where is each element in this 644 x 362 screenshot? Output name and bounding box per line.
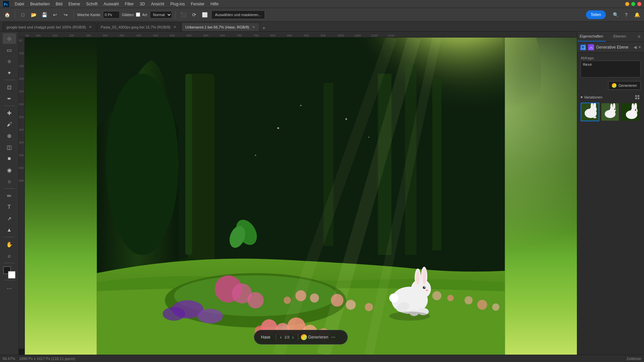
- redo-button[interactable]: ↪: [61, 10, 70, 19]
- svg-point-33: [432, 291, 441, 300]
- svg-point-72: [593, 116, 596, 118]
- lasso-tool-btn[interactable]: ⌾: [3, 56, 16, 67]
- zoom-tool-btn[interactable]: ⌕: [3, 250, 16, 261]
- menu-plugins[interactable]: Plug-ins: [168, 1, 187, 7]
- brush-tool-btn[interactable]: 🖌: [3, 119, 16, 130]
- svg-text:Ps: Ps: [4, 2, 8, 7]
- gen-bar-sep-2: [298, 334, 298, 341]
- path-selection-tool-btn[interactable]: ↗: [3, 213, 16, 224]
- tab-eigenschaften[interactable]: Eigenschaften: [577, 32, 606, 42]
- color-swatches[interactable]: [3, 266, 15, 279]
- panel-options-button[interactable]: ≡: [634, 32, 644, 42]
- tab-3-close[interactable]: ✕: [251, 25, 256, 29]
- minimize-button[interactable]: [625, 2, 629, 6]
- gradient-tool-btn[interactable]: ■: [3, 153, 16, 164]
- panel-collapse-button[interactable]: ◀: [634, 45, 637, 50]
- svg-point-60: [368, 137, 369, 138]
- hand-tool-btn[interactable]: ✋: [3, 239, 16, 250]
- tab-ebenen[interactable]: Ebenen: [606, 32, 634, 42]
- gen-bar-more-button[interactable]: ···: [331, 334, 335, 340]
- gen-bar-navigation: ‹ 1/3 ›: [279, 334, 295, 341]
- menu-auswahl[interactable]: Auswahl: [101, 1, 121, 7]
- menu-fenster[interactable]: Fenster: [188, 1, 207, 7]
- status-bar: 66.67% 1890 Px x 1417 Px (118,11 ppcm) Z…: [0, 355, 644, 362]
- menu-filter[interactable]: Filter: [122, 1, 137, 7]
- tab-1-close[interactable]: ✕: [88, 25, 93, 29]
- art-label: Art:: [142, 13, 148, 17]
- tool-sep-2: [4, 106, 15, 106]
- maximize-button[interactable]: [631, 2, 635, 6]
- gen-bar-prev-button[interactable]: ‹: [279, 334, 283, 341]
- pen-tool-btn[interactable]: ✏: [3, 190, 16, 201]
- help-button[interactable]: ?: [622, 10, 631, 19]
- search-button[interactable]: 🔍: [611, 10, 620, 19]
- extra-tool-btn[interactable]: …: [3, 282, 16, 293]
- toolbar-icon-btn-3[interactable]: ⬜: [201, 10, 209, 19]
- crop-tool-btn[interactable]: ⊡: [3, 82, 16, 93]
- move-tool-btn[interactable]: ⊹: [3, 33, 16, 44]
- tab-3-label: Unbenannt-1 bei 66,7% (Hase, RGB/8): [185, 25, 249, 29]
- shape-tool-btn[interactable]: ▲: [3, 225, 16, 235]
- menu-bild[interactable]: Bild: [53, 1, 65, 7]
- variations-grid-button[interactable]: [634, 94, 641, 101]
- menu-hilfe[interactable]: Hilfe: [208, 1, 221, 7]
- generate-btn-row: Generieren: [581, 81, 641, 90]
- svg-point-53: [389, 312, 430, 321]
- tool-sep-5: [4, 263, 15, 263]
- gen-layer-icon-2: [588, 44, 594, 50]
- save-button[interactable]: 💾: [40, 10, 49, 19]
- undo-button[interactable]: ↩: [51, 10, 59, 19]
- glatten-checkbox[interactable]: [136, 12, 140, 17]
- panel-close-icon-button[interactable]: ✕: [638, 45, 641, 50]
- clone-tool-btn[interactable]: ⊕: [3, 130, 16, 141]
- blur-tool-btn[interactable]: ◉: [3, 165, 16, 175]
- select-and-mask-button[interactable]: Auswählen und maskieren...: [211, 10, 265, 19]
- toolbar-separator-2: [73, 11, 74, 19]
- timeline-button[interactable]: Zeitleiste: [627, 357, 641, 361]
- tab-2[interactable]: Pasta_03_4000px.jpeg bei 16,7% (RGB/8) ✕: [97, 22, 181, 31]
- tool-sep-6: [4, 280, 15, 280]
- background-color[interactable]: [8, 271, 15, 279]
- toolbar-icon-btn-1[interactable]: ⬛: [179, 10, 188, 19]
- art-select[interactable]: Normal: [150, 11, 172, 18]
- share-button[interactable]: Teilen: [586, 10, 606, 19]
- open-button[interactable]: 📂: [29, 10, 38, 19]
- healing-tool-btn[interactable]: ✚: [3, 108, 16, 118]
- menu-ansicht[interactable]: Ansicht: [148, 1, 167, 7]
- variation-thumb-2[interactable]: [601, 103, 620, 121]
- eraser-tool-btn[interactable]: ◫: [3, 142, 16, 153]
- menu-schrift[interactable]: Schrift: [84, 1, 100, 7]
- svg-rect-11: [185, 74, 192, 255]
- weiche-kante-input[interactable]: [103, 11, 120, 18]
- eyedropper-tool-btn[interactable]: ✒: [3, 93, 16, 104]
- tab-2-close[interactable]: ✕: [172, 25, 177, 29]
- gen-bar-generate-button[interactable]: ✦ Generieren: [301, 334, 328, 340]
- magic-wand-tool-btn[interactable]: ✦: [3, 67, 16, 78]
- home-button[interactable]: 🏠: [3, 10, 11, 19]
- toolbar-separator-1: [15, 11, 15, 19]
- variation-thumb-1[interactable]: [581, 103, 599, 121]
- svg-point-45: [422, 268, 426, 285]
- menu-ebene[interactable]: Ebene: [66, 1, 83, 7]
- svg-point-36: [477, 300, 487, 310]
- new-tab-button[interactable]: +: [260, 25, 267, 31]
- close-button[interactable]: [637, 2, 641, 6]
- dodge-tool-btn[interactable]: ☼: [3, 176, 16, 187]
- svg-point-19: [163, 307, 185, 321]
- notification-button[interactable]: 🔔: [633, 10, 641, 19]
- tab-3[interactable]: Unbenannt-1 bei 66,7% (Hase, RGB/8) ✕: [181, 22, 260, 31]
- query-textarea[interactable]: Hase: [581, 61, 641, 77]
- toolbar-icon-btn-2[interactable]: ⟳: [190, 10, 199, 19]
- tab-1[interactable]: google bard und chatgpt.psdc bei 100% (R…: [3, 22, 96, 31]
- menu-bearbeiten[interactable]: Bearbeiten: [28, 1, 52, 7]
- new-document-button[interactable]: □: [18, 10, 27, 19]
- canvas-scroll: 50 100 150 200 250 300 350 400 450 500 5…: [19, 38, 577, 355]
- generate-button[interactable]: Generieren: [608, 81, 641, 90]
- type-tool-btn[interactable]: T: [3, 202, 16, 213]
- variation-thumb-3[interactable]: [621, 103, 640, 121]
- menu-datei[interactable]: Datei: [12, 1, 27, 7]
- menu-3d[interactable]: 3D: [137, 1, 148, 7]
- gen-bar-next-button[interactable]: ›: [291, 334, 295, 341]
- svg-point-16: [248, 292, 264, 309]
- selection-tool-btn[interactable]: ▭: [3, 45, 16, 55]
